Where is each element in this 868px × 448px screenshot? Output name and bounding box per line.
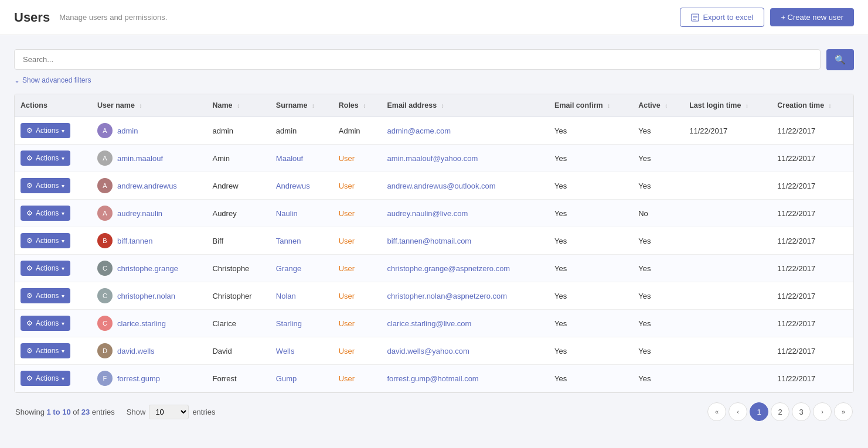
actions-button[interactable]: ⚙ Actions ▾ — [21, 123, 70, 138]
showing-prefix: Showing — [15, 408, 46, 416]
pagination-prev[interactable]: ‹ — [729, 402, 747, 421]
search-row: 🔍 — [14, 49, 854, 70]
actions-label: Actions — [36, 319, 59, 327]
chevron-down-icon: ▾ — [62, 375, 64, 382]
pagination-first[interactable]: « — [707, 402, 726, 421]
chevron-down-icon: ▾ — [62, 183, 64, 189]
pagination-page-1[interactable]: 1 — [750, 402, 768, 421]
actions-label: Actions — [36, 374, 59, 382]
roles-cell: User — [333, 200, 382, 227]
sort-icon-active: ↕ — [665, 102, 668, 109]
export-button[interactable]: Export to excel — [680, 8, 764, 27]
create-user-button[interactable]: + Create new user — [770, 8, 854, 26]
actions-button[interactable]: ⚙ Actions ▾ — [21, 343, 70, 358]
email-cell: biff.tannen@hotmail.com — [381, 227, 549, 255]
actions-label: Actions — [36, 264, 59, 272]
username-link[interactable]: christophe.grange — [117, 264, 178, 273]
actions-button[interactable]: ⚙ Actions ▾ — [21, 151, 70, 166]
email-link[interactable]: christophe.grange@aspnetzero.com — [387, 264, 510, 273]
roles-cell: User — [333, 172, 382, 200]
username-link[interactable]: forrest.gump — [117, 374, 160, 383]
gear-icon: ⚙ — [26, 264, 33, 272]
name-cell: Christopher — [206, 282, 270, 310]
last-login-cell — [683, 145, 771, 172]
sort-icon-name: ↕ — [237, 102, 240, 109]
actions-button[interactable]: ⚙ Actions ▾ — [21, 206, 70, 221]
email-confirm-cell: Yes — [549, 255, 632, 282]
search-button[interactable]: 🔍 — [826, 49, 854, 70]
chevron-down-icon: ▾ — [62, 348, 64, 354]
actions-button[interactable]: ⚙ Actions ▾ — [21, 288, 70, 303]
actions-button[interactable]: ⚙ Actions ▾ — [21, 178, 70, 193]
sort-icon-email-confirm: ↕ — [607, 102, 610, 109]
email-link[interactable]: clarice.starling@live.com — [387, 319, 471, 328]
col-active: Active ↕ — [632, 94, 683, 117]
role-badge: User — [339, 319, 355, 328]
email-confirm-cell: Yes — [549, 200, 632, 227]
email-link[interactable]: amin.maalouf@yahoo.com — [387, 154, 478, 163]
pagination: «‹123›» — [707, 402, 853, 421]
creation-cell: 11/22/2017 — [771, 310, 853, 337]
email-cell: christopher.nolan@aspnetzero.com — [381, 282, 549, 310]
actions-button[interactable]: ⚙ Actions ▾ — [21, 261, 70, 276]
username-link[interactable]: andrew.andrewus — [117, 182, 177, 190]
surname-link: Wells — [276, 347, 295, 355]
table-row: ⚙ Actions ▾Bbiff.tannenBiffTannenUserbif… — [15, 227, 853, 255]
email-link[interactable]: andrew.andrewus@outlook.com — [387, 182, 495, 190]
creation-cell: 11/22/2017 — [771, 145, 853, 172]
surname-cell: Maalouf — [270, 145, 333, 172]
col-email-confirm: Email confirm ↕ — [549, 94, 632, 117]
name-cell: Clarice — [206, 310, 270, 337]
email-cell: audrey.naulin@live.com — [381, 200, 549, 227]
show-entries: Show 102550100 entries — [127, 405, 216, 419]
sort-icon-surname: ↕ — [312, 102, 315, 109]
email-link[interactable]: christopher.nolan@aspnetzero.com — [387, 292, 507, 300]
creation-cell: 11/22/2017 — [771, 337, 853, 365]
email-link[interactable]: david.wells@yahoo.com — [387, 347, 469, 355]
surname-cell: admin — [270, 117, 333, 145]
pagination-last[interactable]: » — [834, 402, 853, 421]
table-body: ⚙ Actions ▾AadminadminadminAdminadmin@ac… — [15, 117, 853, 392]
gear-icon: ⚙ — [26, 319, 33, 327]
email-cell: admin@acme.com — [381, 117, 549, 145]
username-link[interactable]: clarice.starling — [117, 319, 166, 328]
creation-cell: 11/22/2017 — [771, 282, 853, 310]
username-link[interactable]: christopher.nolan — [117, 292, 175, 300]
username-cell: Aadmin — [91, 117, 207, 145]
actions-button[interactable]: ⚙ Actions ▾ — [21, 371, 70, 386]
advanced-filters-toggle[interactable]: ⌄ Show advanced filters — [14, 76, 854, 84]
actions-label: Actions — [36, 237, 59, 245]
chevron-down-icon: ▾ — [62, 128, 64, 134]
email-link[interactable]: forrest.gump@hotmail.com — [387, 374, 478, 383]
actions-button[interactable]: ⚙ Actions ▾ — [21, 233, 70, 248]
active-cell: Yes — [632, 117, 683, 145]
username-link[interactable]: audrey.naulin — [117, 209, 162, 218]
pagination-page-2[interactable]: 2 — [771, 402, 789, 421]
email-cell: andrew.andrewus@outlook.com — [381, 172, 549, 200]
search-input[interactable] — [14, 49, 821, 70]
actions-button[interactable]: ⚙ Actions ▾ — [21, 316, 70, 331]
entries-select[interactable]: 102550100 — [149, 405, 189, 419]
pagination-next[interactable]: › — [813, 402, 832, 421]
avatar: C — [97, 316, 113, 331]
username-cell: Aamin.maalouf — [91, 145, 207, 172]
username-link[interactable]: biff.tannen — [117, 237, 152, 245]
username-link[interactable]: amin.maalouf — [117, 154, 163, 163]
gear-icon: ⚙ — [26, 237, 33, 245]
actions-cell: ⚙ Actions ▾ — [15, 282, 91, 310]
pagination-page-3[interactable]: 3 — [792, 402, 811, 421]
email-link[interactable]: audrey.naulin@live.com — [387, 209, 468, 218]
email-link[interactable]: biff.tannen@hotmail.com — [387, 237, 471, 245]
role-badge: User — [339, 374, 355, 383]
username-cell: Aaudrey.naulin — [91, 200, 207, 227]
username-link[interactable]: david.wells — [117, 347, 155, 355]
last-login-cell — [683, 172, 771, 200]
roles-cell: User — [333, 365, 382, 392]
actions-label: Actions — [36, 292, 59, 300]
name-cell: Audrey — [206, 200, 270, 227]
actions-label: Actions — [36, 347, 59, 355]
avatar: C — [97, 261, 113, 276]
email-link[interactable]: admin@acme.com — [387, 126, 451, 135]
username-link[interactable]: admin — [117, 126, 138, 135]
name-cell: Amin — [206, 145, 270, 172]
